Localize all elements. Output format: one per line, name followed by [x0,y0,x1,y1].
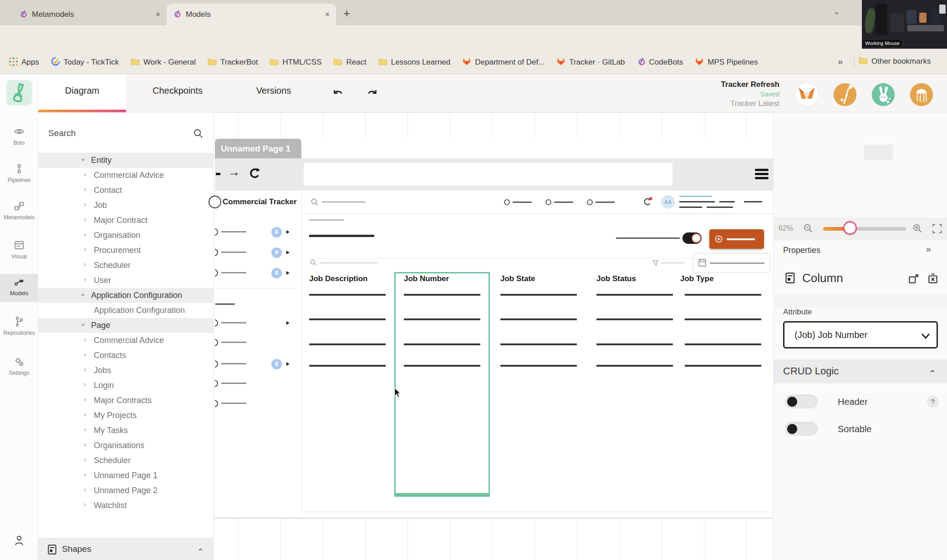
zoom-slider-handle[interactable] [843,221,857,235]
tree-item-commercial-advice[interactable]: ›Commercial Advice [38,168,214,183]
chevron-right-icon[interactable]: › [84,380,86,388]
bookmark-codebots[interactable]: CodeBots [631,57,689,68]
tree-section-application-configuration[interactable]: › Application Configuration 1 + [38,288,214,303]
bookmark-other-bookmarks[interactable]: Other bookmarks [859,56,931,66]
rail-item-metamodels[interactable]: Metamodels [0,198,38,226]
bookmark-work-general[interactable]: Work - General [125,58,202,67]
user-profile-icon[interactable] [14,535,25,548]
tree-item-organisation[interactable]: ›Organisation [38,228,214,243]
tab-search-chevron-icon[interactable]: › [832,12,842,15]
rail-item-bots[interactable]: Bots [0,123,38,151]
chevron-right-icon[interactable]: › [84,215,86,223]
bookmark-react[interactable]: React [327,58,372,67]
tree-section-entity[interactable]: › Entity 8 + [38,153,214,168]
header-toggle[interactable] [785,395,818,409]
rail-item-settings[interactable]: Settings [0,353,38,382]
convert-element-icon[interactable] [908,273,920,287]
tree-item-contact[interactable]: ›Contact [38,183,214,198]
tree-item-organisations[interactable]: ›Organisations [38,438,214,453]
chevron-right-icon[interactable]: › [84,395,86,404]
chevron-right-icon[interactable]: › [84,410,86,419]
sortable-toggle[interactable] [785,422,818,436]
chevron-right-icon[interactable]: › [84,500,86,509]
chevron-right-icon[interactable]: › [84,440,86,449]
bookmark-apps[interactable]: Apps [3,57,45,68]
tree-item-login[interactable]: ›Login [38,378,214,393]
chevron-right-icon[interactable]: › [84,260,86,268]
tree-item-unnamed-page-1[interactable]: ›Unnamed Page 1 [38,468,214,483]
tree-item-job[interactable]: ›Job [38,198,214,213]
chevron-down-icon[interactable]: › [79,293,88,296]
chevron-down-icon[interactable]: › [79,323,88,326]
tree-item-major-contracts[interactable]: ›Major Contracts [38,393,214,408]
crud-logic-section-header[interactable]: CRUD Logic › [773,359,947,383]
avatar-jellyfish[interactable] [910,83,933,106]
shapes-section[interactable]: Shapes › [38,538,214,560]
chevron-right-icon[interactable]: › [84,230,86,238]
bookmark-tracker-gitlab[interactable]: Tracker · GitLab [550,57,631,68]
bookmark-mps-pipelines[interactable]: MPS Pipelines [689,57,764,68]
search-input[interactable] [47,124,181,143]
rail-item-models[interactable]: Models [0,274,38,302]
tree-item-watchlist[interactable]: ›Watchlist [38,498,214,513]
avatar-fox[interactable] [795,83,818,106]
tab-diagram[interactable]: Diagram [47,86,117,96]
app-logo[interactable] [6,80,32,106]
rail-item-repositories[interactable]: Repositories [0,313,38,342]
chevron-right-icon[interactable]: › [84,245,86,253]
tree-item-commercial-advice[interactable]: ›Commercial Advice [38,333,214,348]
bookmark-lessons-learned[interactable]: Lessons Learned [372,58,456,67]
bookmark-today-ticktick[interactable]: Today - TickTick [45,57,125,68]
selected-column-outline[interactable] [394,272,490,497]
tree-item-user[interactable]: ›User [38,273,214,288]
collapse-panel-icon[interactable]: » [926,244,931,254]
table-column-job-type[interactable]: Job Type [680,274,713,283]
chevron-right-icon[interactable]: › [84,200,86,208]
chevron-right-icon[interactable]: › [84,485,86,494]
tree-section-page[interactable]: › Page 12 + [38,318,214,333]
tree-item-scheduler[interactable]: ›Scheduler [38,258,214,273]
chevron-down-icon[interactable]: › [79,158,88,161]
tree-item-jobs[interactable]: ›Jobs [38,363,214,378]
tree-item-unnamed-page-2[interactable]: ›Unnamed Page 2 [38,483,214,498]
tab-close-icon[interactable]: × [156,10,160,19]
bookmark-department-of-def-[interactable]: Department of Def... [456,57,550,68]
chevron-right-icon[interactable]: › [84,185,86,193]
tree-item-application-configuration[interactable]: Application Configuration [38,303,214,318]
chevron-right-icon[interactable]: › [84,470,86,479]
table-column-job-status[interactable]: Job Status [596,274,636,283]
new-tab-button[interactable]: + [343,6,350,20]
canvas-page-tab[interactable]: Unnamed Page 1 [215,139,301,158]
attribute-select[interactable]: (Job) Job Number [783,321,938,348]
chevron-right-icon[interactable]: › [84,455,86,464]
redo-button[interactable] [365,87,379,103]
delete-element-icon[interactable] [927,273,939,287]
bookmark-trackerbot[interactable]: TrackerBot [202,58,264,67]
tree-item-procurement[interactable]: ›Procurement [38,243,214,258]
fullscreen-icon[interactable] [932,224,942,235]
rail-item-visual[interactable]: Visual [0,237,38,265]
rail-item-pipelines[interactable]: Pipelines [0,161,38,189]
help-icon[interactable]: ? [927,396,939,408]
avatar-rabbit[interactable] [872,83,895,106]
chevron-right-icon[interactable]: › [84,170,86,178]
browser-tab-models[interactable]: Models × [167,4,336,25]
tab-versions[interactable]: Versions [241,86,306,96]
tree-item-major-contract[interactable]: ›Major Contract [38,213,214,228]
table-column-job-description[interactable]: Job Description [309,274,367,283]
tree-item-scheduler[interactable]: ›Scheduler [38,453,214,468]
table-column-job-state[interactable]: Job State [500,274,535,283]
avatar-giraffe[interactable] [834,83,856,106]
bookmarks-overflow-chevron[interactable]: » [838,56,843,67]
chevron-right-icon[interactable]: › [84,275,86,283]
chevron-right-icon[interactable]: › [84,365,86,373]
browser-tab-metamodels[interactable]: Metamodels × [13,4,167,25]
tab-checkpoints[interactable]: Checkpoints [141,86,214,96]
chevron-right-icon[interactable]: › [84,425,86,434]
zoom-in-icon[interactable] [912,223,923,236]
chevron-right-icon[interactable]: › [84,350,86,358]
zoom-out-icon[interactable] [803,223,814,236]
chevron-up-icon[interactable]: › [926,370,937,373]
tree-item-contacts[interactable]: ›Contacts [38,348,214,363]
chevron-right-icon[interactable]: › [84,335,86,343]
